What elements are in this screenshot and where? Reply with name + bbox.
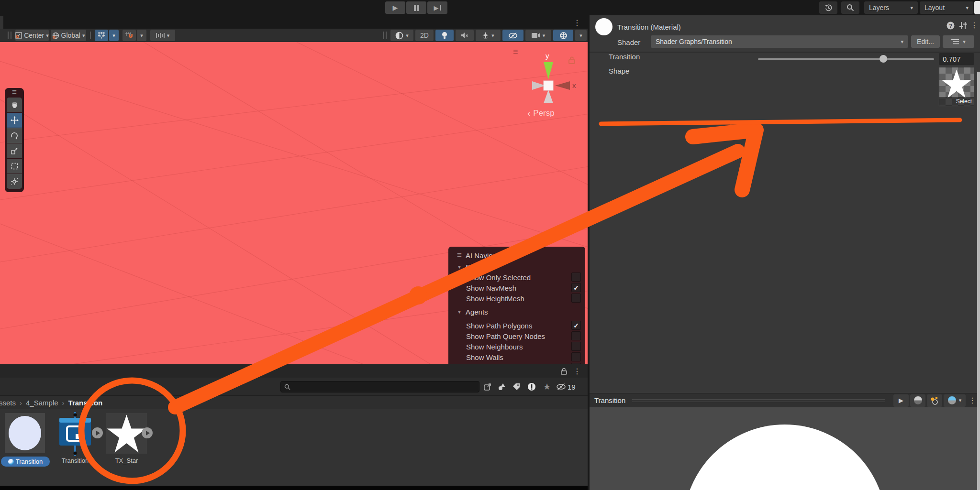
help-button[interactable]: ?: [947, 22, 955, 30]
nav-toggle-row: Show Path Query Nodes: [466, 331, 545, 341]
asset-shadergraph-transition[interactable]: [58, 412, 92, 456]
preview-animate-button[interactable]: [927, 394, 942, 407]
shader-edit-button[interactable]: Edit...: [911, 35, 940, 48]
texture-select-button[interactable]: Select: [939, 97, 974, 106]
scene-tab-bar: Texture Shade UVScroll Game: [0, 15, 590, 29]
scale-tool[interactable]: [7, 143, 22, 158]
rotate-icon: [11, 132, 18, 140]
checkbox-show-path-polygons[interactable]: ✓: [571, 321, 581, 330]
tool-handle-position-dropdown[interactable]: Center ▾: [15, 30, 49, 41]
scene-viewport[interactable]: ≡: [0, 42, 590, 364]
shader-list-dropdown[interactable]: ▾: [943, 35, 974, 48]
grid-snap-dropdown[interactable]: ▾: [109, 30, 119, 41]
snap-toggle[interactable]: [122, 30, 136, 41]
scene-lighting-toggle[interactable]: [435, 30, 454, 41]
scene-window-menu[interactable]: ⋮: [573, 18, 581, 27]
preview-menu[interactable]: ⋮: [969, 396, 976, 405]
taskbar-strip: [0, 486, 590, 490]
breadcrumb-4-sample[interactable]: 4_Sample: [26, 399, 58, 407]
project-search-input[interactable]: [280, 381, 479, 392]
preview-lighting-dropdown[interactable]: ▾: [944, 394, 966, 407]
pause-button[interactable]: [406, 1, 426, 14]
chevron-down-icon: ▾: [901, 39, 903, 44]
rotate-tool[interactable]: [7, 128, 22, 143]
camera-settings-dropdown[interactable]: ▾: [525, 30, 551, 41]
scrollbar[interactable]: [977, 72, 980, 490]
preview-play-button[interactable]: ▶: [893, 394, 909, 407]
filter-by-type-button[interactable]: [496, 381, 508, 392]
transition-slider-handle[interactable]: [880, 55, 887, 63]
hand-tool[interactable]: [7, 98, 22, 112]
checkbox-show-only-selected[interactable]: ✓: [571, 272, 581, 282]
perspective-label[interactable]: ‹ Persp: [527, 108, 555, 119]
transition-value-field[interactable]: 0.707: [939, 53, 974, 65]
drag-handle[interactable]: [383, 32, 387, 39]
asset-texture-txstar[interactable]: [106, 413, 147, 454]
section-surfaces[interactable]: ▼ Surfaces: [457, 262, 494, 272]
global-label: Global: [61, 32, 80, 39]
gizmo-lock-icon[interactable]: [568, 56, 575, 64]
hidden-count-button[interactable]: 19: [556, 381, 583, 392]
chevron-left-icon: ‹: [527, 108, 530, 119]
scene-visibility-toggle[interactable]: [502, 30, 523, 41]
asset-label-selected[interactable]: Transition: [1, 457, 50, 467]
transition-slider[interactable]: [758, 58, 934, 60]
snap-dropdown[interactable]: ▾: [137, 30, 146, 41]
undo-history-button[interactable]: [819, 1, 837, 14]
project-asset-grid[interactable]: Transition Transition TX_Star: [0, 409, 590, 486]
project-window-menu[interactable]: ⋮: [573, 367, 581, 376]
transform-icon: [11, 178, 18, 185]
preview-drag-lines[interactable]: [632, 399, 885, 402]
material-preview-body[interactable]: [590, 407, 980, 490]
favorites-button[interactable]: ★: [541, 381, 553, 392]
open-search-button[interactable]: [481, 381, 494, 392]
checkbox-show-path-query-nodes[interactable]: ✓: [571, 331, 581, 340]
shading-mode-dropdown[interactable]: ▾: [390, 30, 413, 41]
help-icon: ?: [947, 22, 955, 30]
layers-dropdown[interactable]: Layers ▾: [864, 1, 918, 14]
axis-y-label: y: [546, 52, 549, 60]
console-errors-button[interactable]: [525, 381, 538, 392]
overlay-drag-handle[interactable]: ≡: [10, 87, 19, 97]
play-button[interactable]: ▶: [385, 1, 405, 14]
checkbox-show-heightmesh[interactable]: ✓: [571, 294, 581, 303]
2d-toggle[interactable]: 2D: [415, 30, 434, 41]
drag-handle[interactable]: [8, 32, 11, 39]
effects-dropdown[interactable]: ▾: [476, 30, 501, 41]
search-button[interactable]: [841, 1, 859, 14]
transform-tool[interactable]: [7, 174, 22, 189]
presets-button[interactable]: [959, 22, 968, 30]
step-button[interactable]: ▶: [427, 1, 447, 14]
checkbox-show-navmesh[interactable]: ✓: [571, 283, 581, 292]
window-edge-highlight: [974, 1, 980, 14]
material-preview-header[interactable]: Transition ▶ ▾ ⋮: [590, 393, 980, 407]
filter-by-label-button[interactable]: [510, 381, 523, 392]
section-agents[interactable]: ▼ Agents: [457, 307, 488, 316]
checkbox-show-walls[interactable]: ✓: [571, 352, 581, 361]
asset-label[interactable]: TX_Star: [106, 457, 147, 464]
preview-title: Transition: [594, 396, 625, 404]
layout-dropdown[interactable]: Layout ▾: [920, 1, 973, 14]
lock-icon[interactable]: [561, 368, 567, 375]
breadcrumb-transition[interactable]: Transition: [68, 399, 103, 407]
scene-camera-toggle[interactable]: [553, 30, 573, 41]
scene-camera-dropdown[interactable]: ▾: [575, 30, 587, 41]
move-tool[interactable]: [7, 113, 22, 128]
overlay-header[interactable]: ≡ AI Navigation: [457, 250, 508, 260]
asset-label[interactable]: Transition: [56, 457, 95, 464]
list-icon: [951, 39, 959, 44]
asset-material-transition[interactable]: [5, 413, 45, 453]
snap-increment-dropdown[interactable]: ▾: [150, 30, 175, 41]
expand-subassets-button[interactable]: [92, 427, 103, 438]
shape-texture-picker[interactable]: Select: [939, 67, 974, 106]
tool-handle-rotation-dropdown[interactable]: Global ▾: [51, 30, 86, 41]
breadcrumb-assets[interactable]: Assets: [0, 399, 16, 407]
audio-mute-toggle[interactable]: [456, 30, 474, 41]
grid-snap-toggle[interactable]: Y: [95, 30, 108, 41]
checkbox-show-neighbours[interactable]: ✓: [571, 342, 581, 351]
expand-subassets-button[interactable]: [142, 427, 153, 438]
material-menu[interactable]: ⋮: [970, 21, 978, 30]
preview-mesh-button[interactable]: [910, 394, 925, 407]
rect-tool[interactable]: [7, 159, 22, 174]
shader-dropdown[interactable]: Shader Graphs/Transition ▾: [651, 35, 908, 48]
